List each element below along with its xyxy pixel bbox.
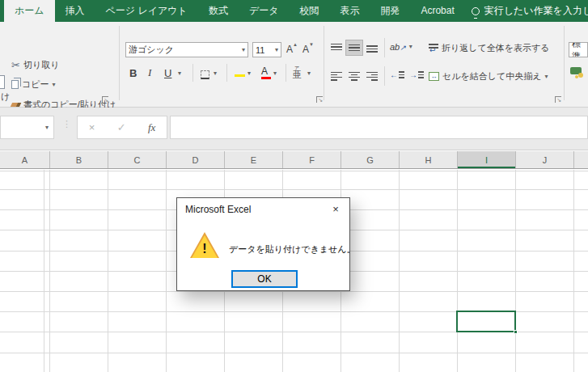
number-format-combo[interactable]: 標準 <box>569 42 588 57</box>
fill-color-button[interactable] <box>235 64 245 78</box>
decrease-font-size-button[interactable]: A▼ <box>302 42 309 57</box>
clipboard-dialog-launcher-icon[interactable]: ↘ <box>102 96 108 103</box>
tab-review[interactable]: 校閲 <box>289 0 329 22</box>
tell-me-box[interactable]: 実行したい作業を入力し <box>465 0 588 22</box>
orientation-button[interactable]: ab↗ ▾ <box>390 42 412 52</box>
formula-input[interactable] <box>170 116 588 139</box>
cancel-icon[interactable]: × <box>89 121 95 133</box>
borders-button[interactable] <box>201 67 209 82</box>
font-color-icon: A <box>261 66 268 79</box>
dialog-title: Microsoft Excel <box>185 204 251 215</box>
name-box[interactable]: ▾ <box>0 116 54 139</box>
fill-color-chevron-icon[interactable]: ▾ <box>247 70 251 77</box>
small-divider <box>192 64 193 82</box>
close-icon: × <box>332 203 339 215</box>
borders-icon <box>201 70 209 79</box>
accounting-format-icon[interactable] <box>570 67 582 74</box>
font-color-button[interactable]: A <box>261 65 268 79</box>
insert-function-icon[interactable]: fx <box>148 121 155 134</box>
selected-cell[interactable] <box>456 311 516 332</box>
tab-insert[interactable]: 挿入 <box>55 0 95 22</box>
increase-indent-icon: → <box>409 70 424 79</box>
tab-formulas[interactable]: 数式 <box>198 0 239 22</box>
font-size-value: 11 <box>256 45 264 55</box>
font-size-combo[interactable]: 11 ▾ <box>252 42 281 57</box>
phonetic-icon: ア亜 <box>293 70 302 79</box>
column-header-i-selected[interactable]: I <box>458 151 516 168</box>
underline-options-chevron-icon[interactable]: ▾ <box>178 70 181 77</box>
enter-icon[interactable]: ✓ <box>117 121 126 133</box>
column-header-c[interactable]: C <box>108 151 167 168</box>
small-divider <box>286 64 286 82</box>
copy-icon <box>11 80 19 89</box>
dialog-message: データを貼り付けできません。 <box>229 243 356 256</box>
bold-button[interactable]: B <box>129 66 137 80</box>
paste-button-label-fragment[interactable]: け <box>1 91 10 103</box>
ok-button[interactable]: OK <box>231 270 298 288</box>
underline-button[interactable]: U <box>164 66 171 80</box>
tab-view[interactable]: 表示 <box>329 0 370 22</box>
copy-button[interactable]: コピー ▾ <box>11 78 56 91</box>
cut-button[interactable]: ✂ 切り取り <box>11 59 59 71</box>
group-divider <box>324 26 324 100</box>
cut-label: 切り取り <box>23 59 60 71</box>
alignment-dialog-launcher-icon[interactable]: ↘ <box>555 96 561 103</box>
orientation-icon: ab↗ <box>390 42 406 52</box>
ok-button-label: OK <box>257 273 271 285</box>
align-right-button[interactable] <box>363 68 381 84</box>
chevron-down-icon[interactable]: ▾ <box>53 82 56 88</box>
column-header-a[interactable]: A <box>0 151 50 168</box>
borders-chevron-icon[interactable]: ▾ <box>214 70 217 77</box>
increase-font-size-button[interactable]: A▲ <box>286 42 293 57</box>
align-center-button[interactable] <box>345 68 363 84</box>
column-header-partial[interactable] <box>574 151 588 168</box>
tab-data[interactable]: データ <box>239 0 290 22</box>
tab-developer[interactable]: 開発 <box>370 0 410 22</box>
align-center-icon <box>349 72 360 81</box>
message-dialog: Microsoft Excel × ! データを貼り付けできません。 OK <box>176 197 350 291</box>
column-header-h[interactable]: H <box>400 151 458 168</box>
brush-icon <box>11 103 21 107</box>
font-dialog-launcher-icon[interactable]: ↘ <box>316 96 323 103</box>
dialog-close-button[interactable]: × <box>326 201 345 217</box>
column-header-b[interactable]: B <box>50 151 108 168</box>
drag-handle-icon[interactable]: ⋮ <box>62 119 71 129</box>
italic-button[interactable]: I <box>148 66 151 80</box>
phonetic-chevron-icon[interactable]: ▾ <box>307 70 311 77</box>
bottom-align-button[interactable] <box>363 40 381 56</box>
tab-page-layout[interactable]: ページ レイアウト <box>95 0 198 22</box>
fill-handle[interactable] <box>514 330 518 334</box>
column-header-d[interactable]: D <box>167 151 225 168</box>
middle-align-icon <box>349 44 360 53</box>
wrap-text-label: 折り返して全体を表示する <box>442 42 550 54</box>
copy-label: コピー <box>22 78 49 91</box>
merge-center-button[interactable]: ↔ セルを結合して中央揃え ▾ <box>429 70 548 82</box>
increase-indent-button[interactable]: → <box>409 70 424 79</box>
group-divider <box>119 26 120 100</box>
font-color-chevron-icon[interactable]: ▾ <box>273 70 277 77</box>
wrap-text-button[interactable]: ↩ 折り返して全体を表示する <box>429 42 550 54</box>
wrap-text-icon: ↩ <box>429 44 438 53</box>
name-box-chevron-icon[interactable]: ▾ <box>45 125 49 131</box>
top-align-button[interactable] <box>328 40 345 56</box>
tab-home[interactable]: ホーム <box>4 0 55 22</box>
small-divider <box>384 38 385 57</box>
group-divider <box>564 26 565 100</box>
column-header-g[interactable]: G <box>341 151 400 168</box>
paste-icon[interactable] <box>0 75 5 89</box>
small-divider <box>384 66 385 86</box>
column-header-j[interactable]: J <box>516 151 574 168</box>
middle-align-button[interactable] <box>345 40 363 56</box>
decrease-indent-button[interactable]: ← <box>390 70 404 79</box>
tab-acrobat[interactable]: Acrobat <box>410 0 464 22</box>
align-left-button[interactable] <box>328 68 345 84</box>
fill-color-icon <box>235 66 245 77</box>
column-header-e[interactable]: E <box>225 151 283 168</box>
ribbon-tab-bar: ファイル ホーム 挿入 ページ レイアウト 数式 データ 校閲 表示 開発 Ac… <box>0 0 588 22</box>
phonetic-guide-button[interactable]: ア亜 <box>293 67 302 82</box>
font-name-combo[interactable]: 游ゴシック ▾ <box>125 42 248 57</box>
tell-me-label: 実行したい作業を入力し <box>484 4 588 18</box>
column-header-f[interactable]: F <box>283 151 341 168</box>
merge-center-label: セルを結合して中央揃え <box>442 70 542 82</box>
lightbulb-icon <box>472 7 480 15</box>
